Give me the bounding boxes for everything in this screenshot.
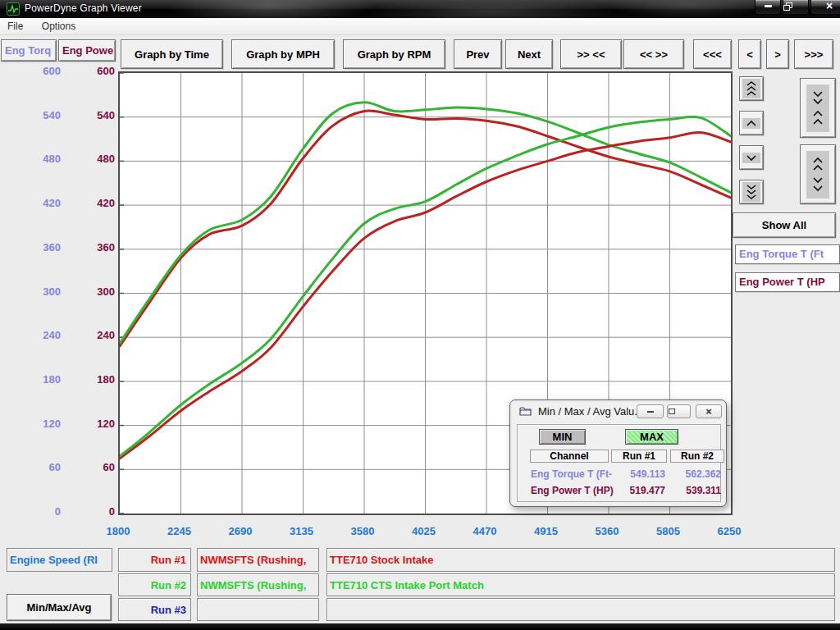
legend-power-button[interactable]: Eng Power T (HP bbox=[735, 272, 840, 292]
y-tick-power-480: 480 bbox=[0, 152, 115, 167]
graph-by-rpm-button[interactable]: Graph by RPM bbox=[343, 39, 445, 69]
row-channel-label: Eng Torque T (Ft- bbox=[531, 468, 612, 480]
x-tick-3580: 3580 bbox=[338, 525, 387, 537]
y-scroll-down-button[interactable] bbox=[739, 145, 764, 170]
graph-by-time-button[interactable]: Graph by Time bbox=[121, 39, 223, 69]
run1-label: Run #1 bbox=[118, 548, 191, 572]
window-minimize-button[interactable] bbox=[755, 0, 781, 15]
y-axis-power-labels: 060120180240300360420480540600 bbox=[0, 0, 115, 630]
chevron-down-icon bbox=[742, 153, 760, 163]
x-tick-5360: 5360 bbox=[582, 525, 632, 537]
y-tick-torque-420: 420 bbox=[0, 196, 61, 211]
dialog-icon bbox=[519, 406, 532, 417]
x-tick-4470: 4470 bbox=[460, 525, 509, 537]
y-scroll-triple-down-button[interactable] bbox=[739, 180, 764, 204]
minmax-panel: MIN MAX Channel Run #1 Run #2 Eng Torque… bbox=[517, 424, 721, 502]
x-tick-2690: 2690 bbox=[216, 525, 265, 537]
y-tick-power-600: 600 bbox=[0, 64, 115, 79]
y-zoom-expand-button[interactable] bbox=[800, 144, 836, 204]
y-tick-torque-360: 360 bbox=[0, 240, 61, 255]
minmax-dialog[interactable]: Min / Max / Avg Valu... × MIN MAX Channe… bbox=[509, 399, 727, 507]
window-restore-button[interactable] bbox=[783, 0, 809, 15]
chevron-up-icon bbox=[742, 118, 760, 129]
channel-button-power[interactable]: Eng Powe bbox=[58, 39, 116, 62]
row-channel-label: Eng Power T (HP) bbox=[531, 485, 614, 496]
zoom-out-x-button[interactable]: << >> bbox=[623, 39, 684, 69]
y-zoom-collapse-button[interactable] bbox=[800, 78, 836, 138]
y-scroll-up-button[interactable] bbox=[739, 111, 764, 135]
close-icon: × bbox=[705, 405, 712, 418]
y-tick-power-540: 540 bbox=[0, 108, 115, 123]
dialog-close-button[interactable]: × bbox=[696, 404, 722, 418]
scroll-far-left-button[interactable]: <<< bbox=[693, 39, 732, 69]
chevron-triple-up-icon bbox=[742, 79, 760, 98]
chevron-triple-down-icon bbox=[742, 182, 760, 202]
x-tick-2245: 2245 bbox=[155, 525, 204, 537]
minimize-icon bbox=[647, 411, 654, 413]
prev-button[interactable]: Prev bbox=[454, 39, 502, 69]
scroll-left-button[interactable]: < bbox=[738, 39, 761, 69]
row-run1-value: 519.477 bbox=[611, 485, 665, 496]
y-tick-torque-120: 120 bbox=[0, 417, 61, 431]
column-header-run2[interactable]: Run #2 bbox=[670, 450, 724, 463]
scroll-far-right-button[interactable]: >>> bbox=[794, 39, 833, 69]
scroll-right-button[interactable]: > bbox=[766, 39, 789, 69]
run3-file-field[interactable] bbox=[197, 598, 319, 621]
run3-desc-field[interactable] bbox=[326, 598, 835, 621]
powerdyne-window: PowerDyne Graph Viewer × File Options En… bbox=[0, 0, 840, 630]
chevron-collapse-icon bbox=[806, 84, 829, 132]
y-tick-torque-180: 180 bbox=[0, 372, 61, 387]
y-tick-torque-240: 240 bbox=[0, 328, 61, 343]
menu-options[interactable]: Options bbox=[34, 18, 83, 34]
next-button[interactable]: Next bbox=[505, 39, 553, 69]
x-tick-1800: 1800 bbox=[94, 525, 143, 537]
menu-file[interactable]: File bbox=[0, 18, 30, 34]
window-close-button[interactable]: × bbox=[810, 0, 840, 15]
x-channel-button[interactable]: Engine Speed (RI bbox=[7, 548, 112, 572]
run2-label: Run #2 bbox=[118, 573, 191, 596]
row-run1-value: 549.113 bbox=[611, 468, 665, 480]
y-tick-power-120: 120 bbox=[0, 417, 115, 431]
column-header-channel[interactable]: Channel bbox=[530, 450, 609, 463]
row-run2-value: 539.311 bbox=[670, 485, 721, 496]
y-tick-torque-60: 60 bbox=[0, 460, 61, 475]
y-tick-power-240: 240 bbox=[0, 328, 115, 343]
minmaxavg-button[interactable]: Min/Max/Avg bbox=[7, 594, 112, 621]
y-tick-torque-300: 300 bbox=[0, 285, 61, 299]
show-all-button[interactable]: Show All bbox=[733, 212, 836, 238]
restore-icon bbox=[668, 408, 676, 415]
restore-icon bbox=[783, 2, 792, 11]
x-tick-4915: 4915 bbox=[522, 525, 571, 537]
column-header-run1[interactable]: Run #1 bbox=[611, 450, 667, 463]
title-bar[interactable]: PowerDyne Graph Viewer × bbox=[0, 0, 840, 18]
run1-desc-field[interactable]: TTE710 Stock Intake bbox=[326, 548, 835, 572]
x-tick-4025: 4025 bbox=[399, 525, 449, 537]
y-axis-torque-labels: 060120180240300360420480540600 bbox=[0, 0, 61, 630]
dialog-title: Min / Max / Avg Valu... bbox=[538, 405, 643, 418]
window-title: PowerDyne Graph Viewer bbox=[25, 2, 142, 14]
legend-torque-button[interactable]: Eng Torque T (Ft bbox=[735, 244, 840, 264]
dialog-minimize-button[interactable] bbox=[637, 404, 664, 418]
y-tick-torque-540: 540 bbox=[0, 108, 61, 123]
x-tick-3135: 3135 bbox=[277, 525, 326, 537]
y-tick-torque-600: 600 bbox=[0, 64, 61, 79]
run2-file-field[interactable]: NWMSFTS (Rushing, bbox=[197, 573, 319, 596]
minimize-icon bbox=[765, 5, 772, 7]
row-run2-value: 562.362 bbox=[670, 468, 721, 480]
run1-file-field[interactable]: NWMSFTS (Rushing, bbox=[197, 548, 319, 572]
run3-label: Run #3 bbox=[118, 598, 191, 621]
y-tick-power-0: 0 bbox=[0, 504, 115, 519]
channel-button-torque[interactable]: Eng Torq bbox=[1, 39, 57, 62]
zoom-in-x-button[interactable]: >> << bbox=[560, 39, 622, 69]
y-tick-power-60: 60 bbox=[0, 460, 115, 475]
x-tick-6250: 6250 bbox=[705, 525, 754, 537]
chevron-expand-icon bbox=[806, 151, 829, 199]
y-scroll-triple-up-button[interactable] bbox=[739, 76, 764, 101]
run2-desc-field[interactable]: TTE710 CTS Intake Port Match bbox=[326, 573, 835, 596]
min-tab-button[interactable]: MIN bbox=[539, 429, 586, 445]
y-tick-power-300: 300 bbox=[0, 285, 115, 299]
dialog-restore-button[interactable] bbox=[667, 404, 691, 418]
x-axis-labels: 1800224526903135358040254470491553605805… bbox=[0, 525, 840, 538]
max-tab-button[interactable]: MAX bbox=[625, 429, 678, 445]
graph-by-mph-button[interactable]: Graph by MPH bbox=[231, 39, 335, 69]
